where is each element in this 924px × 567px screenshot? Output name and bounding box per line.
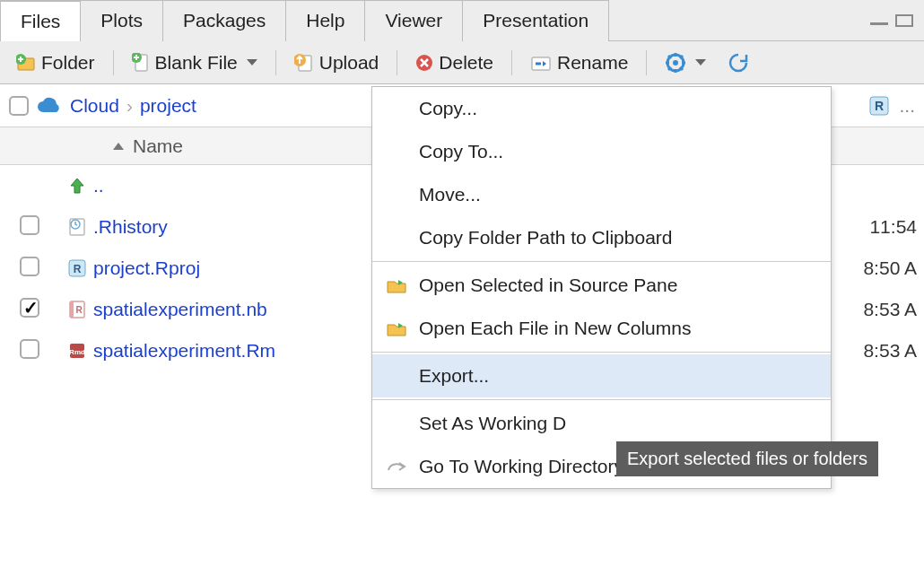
menu-set-wd[interactable]: Set As Working D (372, 402, 831, 445)
tab-help[interactable]: Help (285, 0, 365, 41)
minimize-icon[interactable] (870, 22, 888, 25)
gear-icon (665, 52, 686, 74)
blank-file-label: Blank File (155, 52, 238, 74)
delete-button[interactable]: Delete (408, 48, 501, 77)
menu-move[interactable]: Move... (372, 173, 831, 216)
delete-icon (415, 54, 433, 72)
upload-button[interactable]: Upload (287, 48, 387, 77)
file-time: 8:53 A (863, 299, 924, 320)
svg-text:R: R (75, 305, 83, 315)
folder-plus-icon (16, 54, 36, 72)
more-gear-button[interactable] (658, 48, 713, 77)
sort-asc-icon (113, 143, 124, 150)
rename-button[interactable]: Rename (523, 48, 635, 77)
new-folder-label: Folder (41, 52, 95, 74)
tab-presentation[interactable]: Presentation (462, 0, 609, 41)
new-folder-button[interactable]: Folder (9, 48, 102, 77)
breadcrumb-root[interactable]: Cloud (70, 95, 119, 117)
cloud-icon (36, 96, 63, 116)
chevron-down-icon (247, 59, 257, 65)
menu-open-columns[interactable]: Open Each File in New Columns (372, 307, 831, 350)
rename-label: Rename (557, 52, 628, 74)
rproj-icon: R (67, 258, 87, 278)
maximize-icon[interactable] (895, 14, 913, 27)
file-plus-icon (132, 53, 150, 73)
file-name[interactable]: .. (93, 175, 104, 196)
file-name[interactable]: .Rhistory (93, 216, 168, 238)
tooltip: Export selected files or folders (616, 441, 878, 476)
toolbar-divider (113, 50, 114, 75)
delete-label: Delete (439, 52, 493, 74)
upload-label: Upload (319, 52, 379, 74)
menu-separator (372, 352, 831, 353)
row-checkbox[interactable] (20, 298, 39, 318)
svg-text:R: R (875, 99, 884, 113)
files-toolbar: Folder Blank File Upload Delete Rename (0, 41, 924, 84)
toolbar-divider (511, 50, 512, 75)
file-name[interactable]: project.Rproj (93, 257, 200, 279)
menu-separator (372, 261, 831, 262)
more-menu: Copy... Copy To... Move... Copy Folder P… (371, 86, 832, 489)
folder-open-icon (386, 276, 407, 294)
svg-rect-18 (70, 301, 74, 318)
breadcrumb-separator: › (126, 95, 133, 117)
tab-packages[interactable]: Packages (162, 0, 286, 41)
menu-copy[interactable]: Copy... (372, 87, 831, 130)
svg-text:Rmd: Rmd (69, 348, 85, 356)
chevron-down-icon (695, 59, 706, 65)
toolbar-divider (646, 50, 647, 75)
menu-copy-to[interactable]: Copy To... (372, 130, 831, 173)
up-arrow-icon (68, 177, 86, 195)
file-time: 11:54 (869, 216, 924, 238)
rename-icon (530, 54, 552, 72)
breadcrumb-path[interactable]: project (140, 95, 196, 117)
tab-viewer[interactable]: Viewer (364, 0, 463, 41)
refresh-button[interactable] (720, 48, 756, 77)
rmd-icon: Rmd (68, 342, 86, 360)
select-all-checkbox[interactable] (9, 96, 29, 116)
row-checkbox[interactable] (20, 257, 39, 276)
tab-files[interactable]: Files (0, 0, 81, 41)
row-checkbox[interactable] (20, 339, 39, 359)
svg-text:R: R (74, 263, 82, 275)
rhistory-icon (68, 217, 86, 237)
menu-copy-path[interactable]: Copy Folder Path to Clipboard (372, 216, 831, 259)
upload-icon (294, 53, 314, 73)
svg-point-10 (673, 60, 678, 65)
file-name[interactable]: spatialexperiment.Rm (93, 340, 275, 362)
tab-plots[interactable]: Plots (80, 0, 163, 41)
refresh-icon (728, 52, 749, 74)
file-time: 8:50 A (863, 257, 924, 279)
menu-separator (372, 399, 831, 400)
folder-open-icon (386, 319, 407, 337)
rproj-icon[interactable]: R (868, 95, 890, 117)
menu-export[interactable]: Export... (372, 354, 831, 397)
file-time: 8:53 A (863, 340, 924, 362)
file-name[interactable]: spatialexperiment.nb (93, 299, 267, 320)
breadcrumb-more[interactable]: ... (899, 95, 915, 117)
toolbar-divider (275, 50, 276, 75)
toolbar-divider (397, 50, 397, 75)
blank-file-button[interactable]: Blank File (125, 48, 265, 77)
pane-tabs: Files Plots Packages Help Viewer Present… (0, 0, 924, 41)
rnotebook-icon: R (68, 300, 86, 319)
row-checkbox[interactable] (20, 215, 39, 235)
menu-open-selected[interactable]: Open Selected in Source Pane (372, 264, 831, 307)
goto-arrow-icon (387, 459, 406, 474)
